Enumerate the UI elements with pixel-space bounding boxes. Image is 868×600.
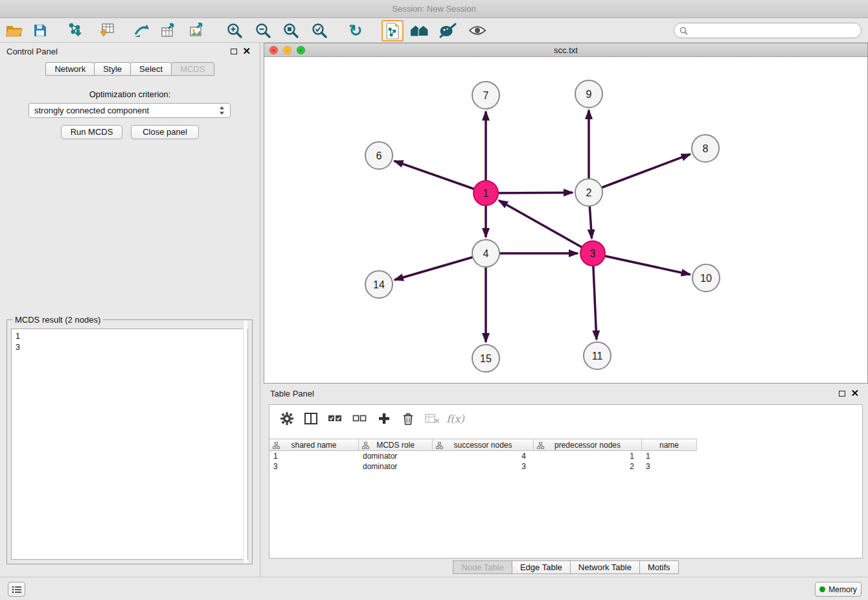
import-table-button[interactable] (97, 21, 117, 40)
checked-boxes-icon (328, 414, 342, 423)
float-table-panel-icon[interactable] (839, 391, 845, 397)
add-column-button[interactable] (374, 409, 394, 428)
search-input[interactable] (691, 26, 856, 35)
table-cell[interactable]: 1 (534, 451, 642, 461)
tab-mcds[interactable]: MCDS (171, 62, 214, 76)
network-window-title: scc.txt (554, 45, 578, 55)
table-cell[interactable]: 2 (534, 461, 642, 472)
new-table-button[interactable] (159, 21, 179, 40)
result-scrollbar[interactable] (243, 321, 247, 563)
table-cell[interactable]: 1 (269, 451, 359, 461)
maximize-window-icon[interactable]: + (297, 46, 305, 54)
run-mcds-button[interactable]: Run MCDS (61, 125, 122, 139)
edge-1-2[interactable] (486, 192, 573, 193)
memory-button[interactable]: Memory (815, 582, 862, 597)
column-header-name[interactable]: name (642, 439, 697, 451)
table-row[interactable]: 1dominator411 (269, 451, 863, 461)
edge-4-14[interactable] (394, 253, 486, 280)
tab-style[interactable]: Style (94, 62, 131, 76)
search-icon (680, 27, 688, 35)
column-header-predecessor-nodes[interactable]: predecessor nodes (534, 439, 642, 451)
node-8[interactable]: 8 (692, 135, 719, 162)
tab-network[interactable]: Network (45, 62, 95, 76)
new-network-button[interactable] (131, 21, 151, 40)
zoom-out-button[interactable] (253, 21, 273, 40)
edge-3-1[interactable] (499, 200, 593, 253)
table-cell[interactable]: 3 (433, 461, 534, 472)
table-cell[interactable]: 3 (642, 461, 697, 472)
table-settings-button[interactable] (277, 409, 297, 428)
node-6[interactable]: 6 (365, 142, 393, 169)
save-session-button[interactable] (30, 21, 50, 40)
tab-edge-table[interactable]: Edge Table (512, 560, 571, 574)
node-9[interactable]: 9 (575, 80, 602, 108)
node-15[interactable]: 15 (472, 345, 499, 372)
network-canvas[interactable]: 7968124314101511 (264, 57, 867, 383)
criterion-dropdown-value: strongly connected component (34, 106, 219, 115)
function-builder-button[interactable]: f(x) (446, 409, 465, 428)
tab-motifs[interactable]: Motifs (639, 560, 679, 574)
node-4[interactable]: 4 (472, 240, 499, 267)
column-tree-icon (273, 442, 280, 449)
tab-node-table[interactable]: Node Table (453, 560, 512, 574)
close-table-panel-icon[interactable]: ✕ (851, 389, 859, 397)
zoom-fit-button[interactable] (281, 21, 301, 40)
close-window-icon[interactable]: × (269, 46, 278, 54)
edge-3-10[interactable] (593, 253, 691, 275)
node-10[interactable]: 10 (692, 264, 720, 292)
show-network-overview-button[interactable] (382, 20, 404, 41)
node-2[interactable]: 2 (575, 179, 602, 206)
table-cell[interactable]: 4 (433, 451, 534, 461)
table-row[interactable]: 3dominator323 (269, 461, 863, 472)
network-window-titlebar[interactable]: scc.txt (264, 43, 867, 57)
unchecked-boxes-icon (352, 414, 367, 423)
apply-layout-button[interactable]: ↻ (346, 21, 365, 40)
task-history-button[interactable] (8, 582, 25, 597)
tab-network-table[interactable]: Network Table (570, 560, 640, 574)
column-header-successor-nodes[interactable]: successor nodes (433, 439, 534, 451)
svg-text:7: 7 (483, 90, 489, 101)
table-cell[interactable]: dominator (359, 451, 433, 461)
open-file-button[interactable] (5, 21, 24, 40)
mcds-result-list[interactable]: 13 (11, 329, 248, 560)
memory-label: Memory (828, 585, 856, 594)
node-7[interactable]: 7 (472, 82, 499, 109)
table-body: 1dominator4113dominator323 (269, 451, 863, 472)
close-panel-icon[interactable]: ✕ (242, 47, 251, 55)
deselect-all-button[interactable] (350, 409, 369, 428)
split-view-button[interactable] (301, 409, 321, 428)
search-field[interactable] (674, 23, 862, 38)
network-document-icon (385, 23, 400, 40)
minimize-window-icon[interactable]: − (283, 46, 291, 54)
column-header-MCDS-role[interactable]: MCDS role (359, 439, 433, 451)
edge-2-8[interactable] (589, 154, 691, 192)
tab-select[interactable]: Select (130, 62, 172, 76)
zoom-selected-button[interactable] (310, 21, 329, 40)
table-cell[interactable]: dominator (359, 461, 433, 472)
show-hide-panels-button[interactable] (468, 21, 487, 40)
node-14[interactable]: 14 (365, 271, 393, 298)
table-cell[interactable]: 3 (269, 461, 359, 472)
new-table-icon (161, 23, 177, 38)
table-cell[interactable]: 1 (642, 451, 697, 461)
home-button[interactable] (410, 21, 429, 40)
export-image-button[interactable] (188, 21, 207, 40)
criterion-dropdown[interactable]: strongly connected component (29, 103, 231, 118)
zoom-in-button[interactable] (225, 21, 244, 40)
export-image-icon (189, 23, 206, 38)
column-header-shared-name[interactable]: shared name (269, 439, 359, 451)
window-titlebar[interactable]: Session: New Session (0, 0, 868, 18)
gear-icon (280, 412, 293, 425)
node-1[interactable]: 1 (474, 181, 498, 205)
edge-1-6[interactable] (394, 161, 486, 193)
node-11[interactable]: 11 (584, 342, 611, 369)
delete-column-button[interactable] (398, 409, 418, 428)
import-network-button[interactable] (66, 21, 86, 40)
node-3[interactable]: 3 (580, 241, 605, 266)
float-panel-icon[interactable] (231, 49, 237, 54)
delete-table-button[interactable] (422, 409, 442, 428)
close-panel-button[interactable]: Close panel (131, 125, 199, 139)
application-window: Session: New Session (0, 0, 868, 600)
apply-style-button[interactable] (438, 21, 457, 40)
select-all-button[interactable] (325, 409, 345, 428)
